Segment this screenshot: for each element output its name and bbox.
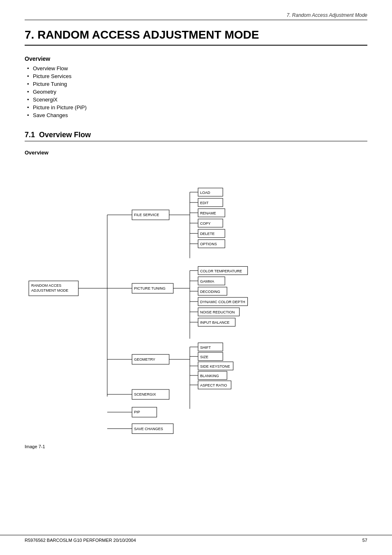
random-access-label: RANDOM ACCES xyxy=(31,283,61,288)
image-caption: Image 7-1 xyxy=(25,444,367,449)
file-service-label: FILE SERVICE xyxy=(134,213,159,217)
decoding-label: DECODING xyxy=(200,290,220,294)
options-label: OPTIONS xyxy=(200,242,217,246)
list-item: Picture Services xyxy=(33,73,367,79)
list-item: Geometry xyxy=(33,89,367,95)
overview-section: Overview Overview Flow Picture Services … xyxy=(25,55,367,118)
blanking-label: BLANKING xyxy=(200,374,219,378)
gamma-label: GAMMA xyxy=(200,279,214,283)
aspect-ratio-label: ASPECT RATIO xyxy=(200,383,227,387)
list-item: Picture Tuning xyxy=(33,81,367,87)
flow-diagram: RANDOM ACCES ADJUSTMENT MODE FILE SERVIC… xyxy=(25,160,367,439)
overview-heading: Overview xyxy=(25,55,367,62)
header-text: 7. Random Access Adjustment Mode xyxy=(286,12,367,18)
delete-label: DELETE xyxy=(200,232,214,236)
shift-label: SHIFT xyxy=(200,345,211,350)
pip-label: PIP xyxy=(134,410,140,414)
page: 7. Random Access Adjustment Mode 7. RAND… xyxy=(0,0,392,555)
picture-tuning-label: PICTURE TUNING xyxy=(134,286,166,290)
copy-label: COPY xyxy=(200,221,211,226)
side-keystone-label: SIDE KEYSTONE xyxy=(200,364,230,368)
overview-list: Overview Flow Picture Services Picture T… xyxy=(25,65,367,118)
list-item: Overview Flow xyxy=(33,65,367,71)
noise-reduction-label: NOISE REDUCTION xyxy=(200,310,235,314)
geometry-label: GEOMETRY xyxy=(134,357,155,362)
flow-overview-label: Overview xyxy=(25,150,367,156)
random-access-label2: ADJUSTMENT MODE xyxy=(31,288,68,292)
section-title: 7.1 Overview Flow xyxy=(25,131,367,141)
size-label: SIZE xyxy=(200,355,208,359)
color-temp-label: COLOR TEMPERATURE xyxy=(200,269,242,273)
chapter-title-text: RANDOM ACCESS ADJUSTMENT MODE xyxy=(37,28,259,41)
list-item: Save Changes xyxy=(33,112,367,118)
scenergix-label: SCENERGIX xyxy=(134,392,156,396)
footer-left-text: R5976562 BARCOSLM G10 PERFORMER 20/10/20… xyxy=(25,538,136,543)
chapter-number: 7. xyxy=(25,28,34,41)
list-item: Picture in Picture (PiP) xyxy=(33,104,367,111)
footer-page-number: 57 xyxy=(362,538,367,543)
dynamic-color-label: DYNAMIC COLOR DEPTH xyxy=(200,300,245,304)
chapter-title: 7. RANDOM ACCESS ADJUSTMENT MODE xyxy=(25,28,367,46)
list-item: ScenergiX xyxy=(33,97,367,103)
section-71: 7.1 Overview Flow Overview RANDOM ACCES … xyxy=(25,131,367,449)
page-footer: R5976562 BARCOSLM G10 PERFORMER 20/10/20… xyxy=(0,535,392,543)
input-balance-label: INPUT BALANCE xyxy=(200,320,230,325)
page-header: 7. Random Access Adjustment Mode xyxy=(25,12,367,20)
edit-label: EDIT xyxy=(200,201,209,205)
save-changes-label: SAVE CHANGES xyxy=(134,427,163,431)
rename-label: RENAME xyxy=(200,211,216,215)
load-label: LOAD xyxy=(200,191,210,195)
